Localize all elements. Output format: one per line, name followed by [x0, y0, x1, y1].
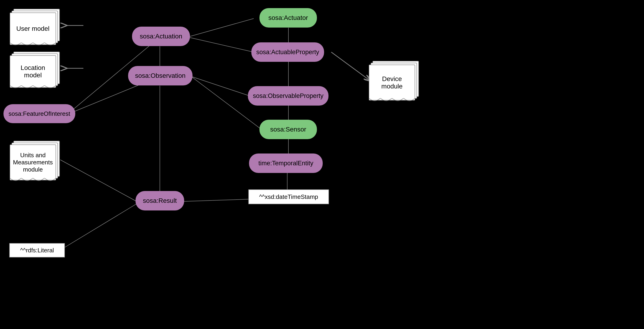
- sosa-observable-property-node: sosa:ObservableProperty: [248, 86, 328, 106]
- sosa-result-node: sosa:Result: [136, 191, 184, 210]
- device-module-node: Devicemodule: [368, 59, 422, 103]
- time-temporal-entity-node: time:TemporalEntity: [249, 153, 323, 173]
- units-measurements-node: Units andMeasurementsmodule: [9, 139, 62, 183]
- location-model-label: Locationmodel: [20, 64, 45, 79]
- sosa-actuator-node: sosa:Actuator: [260, 8, 317, 27]
- svg-line-8: [60, 160, 137, 201]
- rdfs-literal-node: ^^rdfs:Literal: [9, 243, 65, 258]
- feature-of-interest-node: sosa:FeatureOfInterest: [4, 104, 75, 123]
- sosa-actuation-node: sosa:Actuation: [132, 27, 190, 46]
- user-model-node: User model: [9, 7, 62, 46]
- svg-line-17: [60, 204, 137, 250]
- user-model-wavy: [10, 43, 56, 47]
- svg-line-5: [191, 76, 250, 96]
- svg-line-3: [188, 18, 254, 37]
- sosa-sensor-node: sosa:Sensor: [260, 120, 317, 139]
- svg-line-7: [183, 199, 250, 201]
- device-module-wavy: [369, 98, 415, 103]
- device-module-label: Devicemodule: [381, 75, 402, 90]
- location-model-node: Locationmodel: [9, 50, 62, 89]
- diagram-container: User model Locationmodel sosa:FeatureOfI…: [0, 0, 644, 329]
- sosa-actuable-property-node: sosa:ActuableProperty: [251, 42, 324, 62]
- units-measurements-wavy: [10, 178, 56, 183]
- units-measurements-label: Units andMeasurementsmodule: [13, 152, 53, 173]
- svg-line-10: [331, 52, 371, 81]
- xsd-datetime-node: ^^xsd:dateTimeStamp: [248, 189, 329, 204]
- location-model-wavy: [10, 85, 56, 90]
- user-model-label: User model: [16, 25, 49, 32]
- sosa-observation-node: sosa:Observation: [128, 66, 192, 85]
- svg-line-4: [188, 37, 254, 52]
